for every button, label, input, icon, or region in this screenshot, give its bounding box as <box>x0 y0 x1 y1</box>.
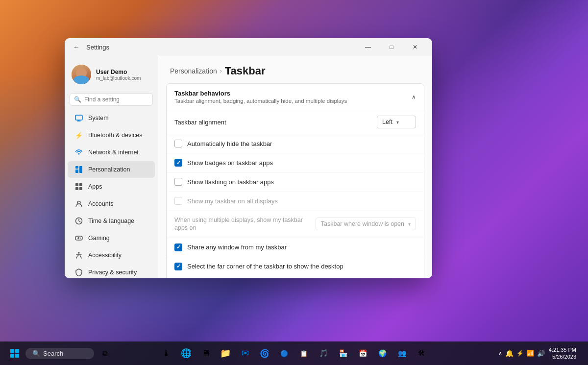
nav-item-personalization[interactable]: Personalization <box>68 161 155 178</box>
setting-label-share-window: Share any window from my taskbar <box>187 243 287 251</box>
nav-item-network[interactable]: Network & internet <box>68 144 155 161</box>
search-icon: 🔍 <box>74 96 81 103</box>
setting-row-alignment: Taskbar alignment Left ▾ <box>167 110 424 134</box>
taskbar-app-extra[interactable]: 🛠 <box>413 344 430 362</box>
nav-label-privacy: Privacy & security <box>88 269 137 276</box>
network-sys-icon[interactable]: 📶 <box>527 350 534 357</box>
volume-icon[interactable]: 🔊 <box>537 350 545 357</box>
svg-point-3 <box>78 153 80 155</box>
show-desktop-corner[interactable] <box>580 344 582 362</box>
taskbar-app-store[interactable]: 🏪 <box>334 344 352 362</box>
nav-item-system[interactable]: System <box>68 110 155 126</box>
taskbar-search[interactable]: 🔍 Search <box>25 348 94 359</box>
windows-logo <box>10 349 19 358</box>
minimize-button[interactable]: — <box>357 39 379 55</box>
taskbar-app-mail[interactable]: ✉ <box>236 344 254 362</box>
checkbox-all-displays[interactable] <box>174 197 182 205</box>
nav-item-accessibility[interactable]: Accessibility <box>68 247 155 264</box>
nav-label-time: Time & language <box>88 218 134 224</box>
setting-label-flashing: Show flashing on taskbar apps <box>187 178 274 186</box>
search-box[interactable]: 🔍 <box>70 93 153 106</box>
nav-item-privacy[interactable]: Privacy & security <box>68 264 155 278</box>
settings-body: User Demo m_lab@outlook.com 🔍 System <box>65 56 432 278</box>
title-bar: ← Settings — □ ✕ <box>65 38 432 56</box>
main-content: Personalization › Taskbar Taskbar behavi… <box>158 56 432 278</box>
nav-item-accounts[interactable]: Accounts <box>68 195 155 212</box>
nav-label-apps: Apps <box>88 183 102 190</box>
taskbar-time[interactable]: 4:21:35 PM 5/26/2023 <box>549 346 576 361</box>
chevron-up-icon: ∧ <box>412 94 416 100</box>
section-title: Taskbar behaviors <box>174 90 347 97</box>
checkbox-show-desktop[interactable] <box>174 263 182 270</box>
dropdown-alignment[interactable]: Left ▾ <box>377 116 416 128</box>
nav-label-system: System <box>88 115 109 122</box>
svg-rect-7 <box>75 183 78 186</box>
dropdown-multi-display-value: Taskbar where window is open <box>321 220 404 227</box>
close-button[interactable]: ✕ <box>404 39 426 55</box>
task-view-button[interactable]: ⧉ <box>96 344 114 362</box>
checkbox-autohide[interactable] <box>174 140 182 147</box>
svg-rect-9 <box>75 187 78 190</box>
time-icon <box>74 217 83 225</box>
window-controls: — □ ✕ <box>357 39 426 55</box>
taskbar-app-browser1[interactable]: 🌐 <box>177 344 195 362</box>
maximize-button[interactable]: □ <box>380 39 403 55</box>
privacy-icon <box>74 268 83 277</box>
settings-section-behaviors: Taskbar behaviors Taskbar alignment, bad… <box>166 83 424 278</box>
checkbox-share-window[interactable] <box>174 243 182 251</box>
taskbar-app-display[interactable]: 🖥 <box>197 344 215 362</box>
desktop: ← Settings — □ ✕ <box>0 0 588 365</box>
setting-label-multi-display: When using multiple displays, show my ta… <box>174 216 312 232</box>
user-email: m_lab@outlook.com <box>96 75 151 81</box>
setting-row-multi-display: When using multiple displays, show my ta… <box>167 210 424 238</box>
breadcrumb: Personalization › Taskbar <box>170 65 420 77</box>
setting-label-show-desktop: Select the far corner of the taskbar to … <box>187 263 343 270</box>
setting-label-badges: Show badges on taskbar apps <box>187 159 273 167</box>
breadcrumb-separator: › <box>220 68 222 74</box>
taskbar-app-edge[interactable]: 🌀 <box>256 344 273 362</box>
svg-rect-10 <box>79 187 82 190</box>
page-header: Personalization › Taskbar <box>158 56 432 83</box>
search-input[interactable] <box>84 96 158 103</box>
taskbar-app-calendar[interactable]: 📅 <box>354 344 371 362</box>
taskbar-app-teams[interactable]: 👥 <box>393 344 411 362</box>
nav-item-time[interactable]: Time & language <box>68 213 155 229</box>
taskbar-app-ms365[interactable]: 📋 <box>295 344 313 362</box>
clock-date: 5/26/2023 <box>549 353 576 360</box>
bluetooth-sys-icon[interactable]: ⚡ <box>516 350 524 357</box>
chevron-up-sys-icon[interactable]: ∧ <box>498 350 502 357</box>
taskbar-center: 🌡 🌐 🖥 📁 ✉ 🌀 🔵 📋 🎵 🏪 📅 🌍 👥 🛠 <box>158 344 430 362</box>
setting-label-alignment: Taskbar alignment <box>174 119 226 126</box>
nav-item-apps[interactable]: Apps <box>68 178 155 195</box>
nav-label-gaming: Gaming <box>88 235 110 242</box>
taskbar-left: 🔍 Search ⧉ <box>6 344 114 362</box>
section-content: Taskbar alignment Left ▾ Automatically h… <box>167 110 424 278</box>
notification-icon[interactable]: 🔔 <box>505 349 514 357</box>
checkbox-flashing[interactable] <box>174 178 182 186</box>
checkbox-badges[interactable] <box>174 159 182 167</box>
nav-item-bluetooth[interactable]: ⚡ Bluetooth & devices <box>68 127 155 144</box>
taskbar-app-chrome[interactable]: 🌍 <box>373 344 391 362</box>
clock-time: 4:21:35 PM <box>549 346 576 353</box>
taskbar-app-files[interactable]: 📁 <box>217 344 234 362</box>
user-info: User Demo m_lab@outlook.com <box>96 69 151 81</box>
taskbar-app-weather[interactable]: 🌡 <box>158 344 175 362</box>
setting-row-share-window: Share any window from my taskbar <box>167 238 424 257</box>
svg-point-17 <box>80 238 81 239</box>
accessibility-icon <box>74 251 83 260</box>
svg-point-16 <box>80 237 81 238</box>
taskbar-app-music[interactable]: 🎵 <box>315 344 332 362</box>
nav-label-accounts: Accounts <box>88 200 113 207</box>
dropdown-multi-display[interactable]: Taskbar where window is open ▾ <box>316 218 416 230</box>
user-profile[interactable]: User Demo m_lab@outlook.com <box>65 60 158 91</box>
personalization-icon <box>74 165 83 174</box>
nav-item-gaming[interactable]: Gaming <box>68 230 155 246</box>
breadcrumb-current: Taskbar <box>225 65 266 77</box>
accounts-icon <box>74 199 83 208</box>
setting-row-all-displays: Show my taskbar on all displays <box>167 191 424 210</box>
section-header[interactable]: Taskbar behaviors Taskbar alignment, bad… <box>167 84 424 110</box>
dropdown-caret-multi-icon: ▾ <box>408 221 411 227</box>
start-button[interactable] <box>6 344 24 362</box>
back-button[interactable]: ← <box>71 41 82 53</box>
taskbar-app-edge2[interactable]: 🔵 <box>275 344 293 362</box>
